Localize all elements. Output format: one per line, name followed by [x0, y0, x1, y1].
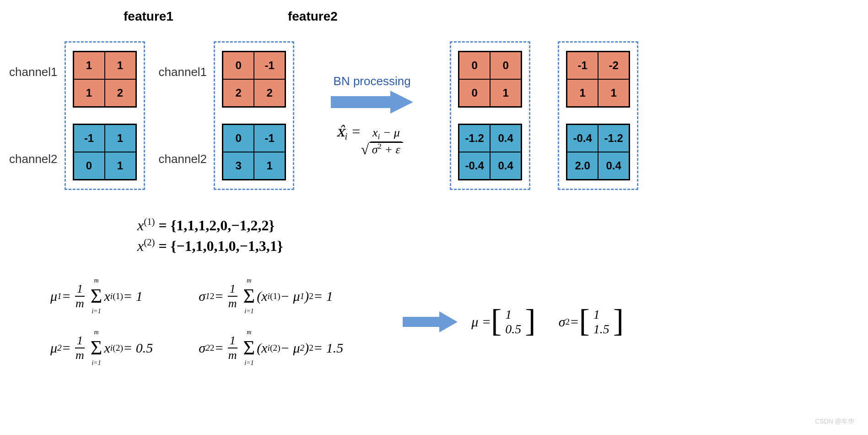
equals: = [570, 314, 579, 330]
channel-labels-1: channel1 channel2 [9, 28, 58, 202]
paren-close: ) [304, 340, 309, 356]
paren-close: ) [304, 288, 309, 304]
sigma1-formula: σ12 = 1m mΣi=1 ( xi(1) − μ1 )2 = 1 [199, 277, 343, 315]
sum-top: m [247, 277, 251, 284]
frac-num: 1 [228, 334, 237, 348]
sum-top: m [94, 277, 99, 284]
x-symbol: x [137, 217, 144, 234]
superscript: (1) [270, 291, 280, 301]
equals: = [62, 288, 71, 304]
grid-cell: -1 [254, 52, 285, 79]
grid-cell: -1.2 [598, 125, 629, 152]
sigma-label: σ [559, 314, 566, 330]
grid-cell: 0.4 [490, 152, 521, 179]
grid-cell: 0.4 [598, 152, 629, 179]
feature2-label: feature2 [288, 9, 338, 24]
f1-ch1-grid: 1 1 1 2 [73, 51, 137, 108]
mu-label: μ = [471, 314, 491, 330]
output2-box: -1 -2 1 1 -0.4 -1.2 2.0 0.4 [558, 41, 638, 190]
bracket-open-icon: [ [579, 307, 589, 337]
sigma-icon: Σ [91, 284, 102, 308]
subscript: 1 [205, 291, 210, 301]
f2-ch2-grid: 0 -1 3 1 [222, 124, 286, 180]
o1-ch2-grid: -1.2 0.4 -0.4 0.4 [458, 124, 522, 180]
x-symbol: x [261, 340, 267, 356]
superscript: 2 [309, 291, 313, 301]
x-symbol: x [137, 237, 144, 254]
x-symbol: x [104, 340, 110, 356]
grid-cell: 0.4 [490, 125, 521, 152]
mu1-formula: μ1 = 1m mΣi=1 xi(1) = 1 [50, 277, 153, 315]
grid-cell: 0 [459, 79, 490, 107]
superscript: (2) [113, 343, 123, 353]
sigma-icon: Σ [243, 284, 255, 308]
x-symbol: x [104, 288, 110, 304]
equals: = [215, 340, 224, 356]
frac-num: 1 [75, 282, 85, 297]
sigma-value-1: 1 [593, 307, 609, 322]
superscript: (1) [113, 291, 123, 301]
grid-cell: 1 [567, 79, 598, 107]
sigma-icon: Σ [91, 336, 102, 359]
formula-x: x [372, 126, 378, 139]
sigma-vector-result: σ2 = [ 1 1.5 ] [559, 307, 624, 337]
grid-cell: 2 [105, 79, 136, 107]
x2-vector: x(2) = {−1,1,0,1,0,−1,3,1} [137, 237, 868, 255]
grid-cell: -0.4 [567, 125, 598, 152]
grid-cell: 0 [490, 52, 521, 79]
feature1-box: 1 1 1 2 -1 1 0 1 [65, 41, 145, 190]
superscript: 2 [210, 291, 215, 301]
subscript: 2 [205, 343, 210, 353]
sum-bot: i=1 [92, 308, 101, 315]
sigma2-result: = 1.5 [313, 340, 343, 356]
grid-cell: 1 [254, 152, 285, 179]
mu1-result: = 1 [123, 288, 143, 304]
frac-num: 1 [75, 334, 85, 348]
svg-marker-0 [331, 91, 413, 114]
frac-den: m [226, 297, 239, 310]
formula-sigma: σ [372, 143, 378, 156]
sum-bot: i=1 [244, 359, 253, 367]
bn-formula: x̂i = xi − μ σ2 + ε [336, 123, 408, 157]
bottom-formulas: μ1 = 1m mΣi=1 xi(1) = 1 μ2 = 1m mΣi=1 xi… [50, 277, 868, 367]
grid-cell: 1 [74, 79, 105, 107]
formula-sq: 2 [378, 142, 382, 151]
paren-open: ( [257, 340, 261, 356]
bn-processing-label: BN processing [334, 74, 411, 88]
grid-cell: 1 [598, 79, 629, 107]
mu2-result: = 0.5 [123, 340, 153, 356]
paren-open: ( [257, 288, 261, 304]
x1-values: = {1,1,1,2,0,−1,2,2} [158, 217, 275, 234]
mu-vector-result: μ = [ 1 0.5 ] [471, 307, 535, 337]
minus-mu: − μ [280, 288, 300, 304]
grid-cell: 2.0 [567, 152, 598, 179]
bracket-open-icon: [ [491, 307, 501, 337]
formula-plus-eps: + ε [385, 143, 400, 156]
mu-symbol: μ [50, 340, 57, 356]
o1-ch1-grid: 0 0 0 1 [458, 51, 522, 108]
grid-cell: 1 [490, 79, 521, 107]
grid-cell: -1 [567, 52, 598, 79]
bn-arrow-section: BN processing x̂i = xi − μ σ2 + ε [313, 74, 431, 157]
sigma1-result: = 1 [313, 288, 333, 304]
channel-labels-2: channel1 channel2 [159, 28, 207, 202]
equals: = [62, 340, 71, 356]
grid-cell: 1 [105, 152, 136, 179]
channel1-label: channel1 [159, 65, 207, 79]
subscript: 1 [300, 291, 304, 301]
frac-num: 1 [228, 282, 237, 297]
superscript: (1) [144, 216, 155, 227]
grid-cell: 0 [223, 125, 254, 152]
feature1-label: feature1 [124, 9, 173, 24]
data-vectors-section: x(1) = {1,1,1,2,0,−1,2,2} x(2) = {−1,1,0… [137, 216, 868, 254]
formula-lhs: x̂ [336, 123, 345, 140]
mu-column: μ1 = 1m mΣi=1 xi(1) = 1 μ2 = 1m mΣi=1 xi… [50, 277, 153, 367]
superscript: 2 [210, 343, 215, 353]
superscript: (2) [144, 237, 155, 247]
sum-bot: i=1 [244, 308, 253, 315]
x-symbol: x [261, 288, 267, 304]
grid-cell: 1 [105, 125, 136, 152]
right-arrow-icon [403, 310, 458, 333]
bracket-close-icon: ] [525, 307, 535, 337]
x1-vector: x(1) = {1,1,1,2,0,−1,2,2} [137, 216, 868, 234]
